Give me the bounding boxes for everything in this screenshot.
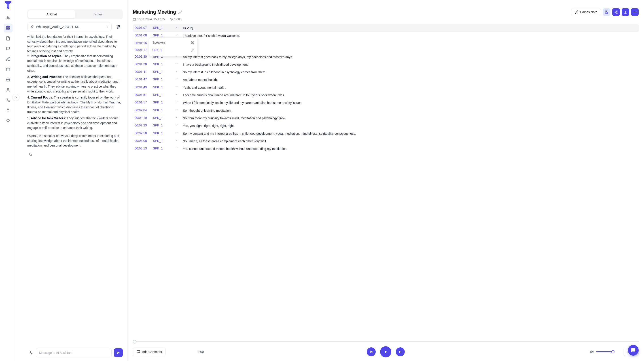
transcript-time[interactable]: 00:01:07 — [134, 26, 151, 29]
file-selector[interactable]: WhatsApp_Audio_2024-11-13... — [27, 22, 112, 31]
edit-title-icon[interactable] — [178, 10, 182, 14]
transcript-time[interactable]: 00:01:38 — [134, 62, 151, 66]
transcript-time[interactable]: 00:01:17 — [134, 48, 151, 52]
share-button[interactable] — [612, 8, 620, 16]
transcript-row[interactable]: 00:02:23 SPK_1 Yes, yes, right, right, r… — [133, 122, 639, 130]
transcript-row[interactable]: 00:02:58 SPK_1 So my content and my inte… — [133, 130, 639, 137]
transcript-speaker[interactable]: SPK_1 — [153, 26, 173, 29]
transcript-time[interactable]: 00:02:04 — [134, 108, 151, 112]
nav-plugin-icon[interactable] — [4, 106, 12, 115]
transcript-time[interactable]: 00:01:49 — [134, 85, 151, 89]
transcript-time[interactable]: 00:03:13 — [134, 147, 151, 150]
transcript-row[interactable]: 00:01:47 SPK_1 And about mental health. — [133, 76, 639, 83]
tab-notes[interactable]: Notes — [75, 10, 122, 18]
transcript-speaker[interactable]: SPK_1 — [153, 93, 173, 96]
speaker-option[interactable]: SPK_1 — [149, 46, 198, 54]
transcript-time[interactable]: 00:01:41 — [134, 70, 151, 73]
download-button[interactable] — [622, 8, 629, 16]
chat-fab[interactable] — [628, 345, 639, 356]
transcript-time[interactable]: 00:02:23 — [134, 123, 151, 127]
chevron-down-icon[interactable] — [175, 139, 181, 142]
transcript-row[interactable]: 00:01:38 SPK_1 I have a background in ch… — [133, 61, 639, 68]
seek-handle[interactable] — [133, 340, 136, 344]
transcript-row[interactable]: 00:01:41 SPK_1 So my interest in childho… — [133, 68, 639, 76]
chevron-down-icon[interactable] — [175, 123, 181, 126]
transcript-row[interactable]: 00:01:30 SPK_1 So my interest goes back … — [133, 53, 639, 61]
nav-gift-icon[interactable] — [4, 75, 12, 84]
nav-user-icon[interactable] — [4, 85, 12, 94]
chevron-down-icon[interactable] — [175, 108, 181, 111]
nav-edit-icon[interactable] — [4, 54, 12, 63]
chevron-down-icon[interactable] — [175, 93, 181, 96]
filter-button[interactable] — [114, 22, 123, 31]
transcript-time[interactable]: 00:01:16 — [134, 41, 151, 45]
chevron-down-icon[interactable] — [175, 33, 181, 36]
chevron-down-icon[interactable] — [175, 85, 181, 88]
transcript-row[interactable]: 00:01:08 SPK_1 Thank you for, for such a… — [133, 32, 639, 39]
transcript-speaker[interactable]: SPK_1 — [153, 85, 173, 89]
chat-input[interactable] — [36, 348, 112, 358]
transcript-row[interactable]: 00:01:49 SPK_1 Yeah, and about mental he… — [133, 84, 639, 91]
chevron-down-icon[interactable] — [175, 77, 181, 80]
transcript-speaker[interactable]: SPK_1 — [153, 33, 173, 37]
transcript-time[interactable]: 00:01:47 — [134, 77, 151, 81]
copy-response-button[interactable] — [27, 151, 34, 157]
transcript-speaker[interactable]: SPK_1 — [153, 108, 173, 112]
transcript-speaker[interactable]: SPK_1 — [153, 62, 173, 66]
nav-premium-icon[interactable] — [4, 116, 12, 125]
nav-translate-icon[interactable] — [4, 96, 12, 104]
send-button[interactable] — [114, 348, 123, 357]
chevron-down-icon[interactable] — [175, 70, 181, 73]
volume-slider[interactable] — [596, 352, 614, 352]
transcript-row[interactable]: 00:03:13 SPK_1 You cannot understand men… — [133, 145, 639, 153]
transcript-speaker[interactable]: SPK_1 — [153, 100, 173, 104]
play-button[interactable] — [380, 346, 391, 358]
chevron-down-icon[interactable] — [175, 100, 181, 103]
transcript-time[interactable]: 00:01:57 — [134, 100, 151, 104]
transcript-row[interactable]: 00:01:16 — [133, 40, 639, 46]
nav-people-icon[interactable] — [4, 13, 12, 22]
sidebar-expand-button[interactable] — [12, 94, 20, 101]
prev-button[interactable] — [367, 347, 376, 356]
transcript-row[interactable]: 00:01:17 — [133, 46, 639, 53]
save-button[interactable] — [603, 8, 610, 16]
nav-calendar-icon[interactable] — [4, 65, 12, 74]
tab-ai-chat[interactable]: AI Chat — [28, 10, 75, 18]
chevron-down-icon[interactable] — [175, 26, 181, 28]
chevron-down-icon[interactable] — [175, 62, 181, 65]
add-comment-button[interactable]: Add Comment — [133, 348, 166, 356]
volume-handle[interactable] — [611, 350, 614, 354]
transcript-row[interactable]: 00:01:07 SPK_1 Hi Viraj. — [133, 24, 639, 32]
transcript-time[interactable]: 00:03:08 — [134, 139, 151, 142]
edit-speaker-icon[interactable] — [191, 48, 194, 52]
transcript-row[interactable]: 00:01:57 SPK_1 When I felt completely lo… — [133, 99, 639, 107]
transcript-speaker[interactable]: SPK_1 — [153, 139, 173, 142]
transcript-speaker[interactable]: SPK_1 — [153, 77, 173, 81]
transcript-time[interactable]: 00:01:51 — [134, 93, 151, 96]
transcript-speaker[interactable]: SPK_1 — [153, 147, 173, 150]
transcript-speaker[interactable]: SPK_1 — [153, 70, 173, 73]
nav-dashboard-icon[interactable] — [4, 24, 12, 33]
transcript-time[interactable]: 00:02:58 — [134, 131, 151, 135]
add-speaker-icon[interactable] — [191, 41, 194, 44]
transcript-speaker[interactable]: SPK_1 — [153, 131, 173, 135]
transcript-time[interactable]: 00:02:10 — [134, 116, 151, 119]
volume-icon[interactable] — [590, 350, 594, 354]
chevron-down-icon[interactable] — [175, 147, 181, 149]
seek-bar[interactable] — [133, 341, 639, 342]
nav-chat-icon[interactable] — [4, 44, 12, 53]
edit-as-note-button[interactable]: Edit as Note — [571, 8, 601, 16]
chevron-down-icon[interactable] — [175, 131, 181, 134]
transcript-row[interactable]: 00:02:10 SPK_1 So from there my curiosit… — [133, 114, 639, 122]
nav-document-icon[interactable] — [4, 34, 12, 43]
transcript-time[interactable]: 00:01:30 — [134, 55, 151, 58]
transcript-row[interactable]: 00:02:04 SPK_1 So I thought of learning … — [133, 107, 639, 114]
transcript-time[interactable]: 00:01:08 — [134, 33, 151, 37]
transcript-speaker[interactable]: SPK_1 — [153, 123, 173, 127]
app-logo[interactable] — [4, 1, 12, 10]
transcript-row[interactable]: 00:03:08 SPK_1 So I mean, all these area… — [133, 137, 639, 145]
chevron-down-icon[interactable] — [175, 116, 181, 119]
more-button[interactable] — [631, 8, 639, 16]
transcript-row[interactable]: 00:01:51 SPK_1 I became curious about mi… — [133, 91, 639, 99]
next-button[interactable] — [396, 347, 405, 356]
